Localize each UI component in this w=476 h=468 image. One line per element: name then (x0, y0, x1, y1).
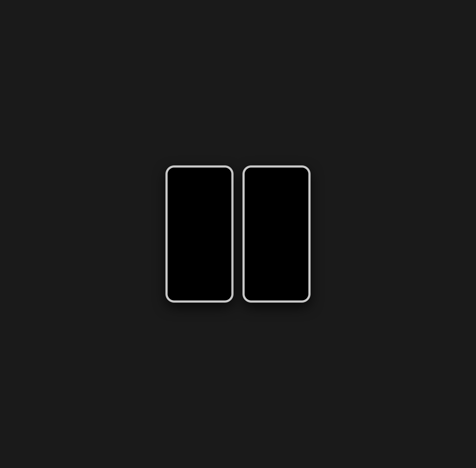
signal-icon-1 (218, 171, 221, 173)
gray-car (290, 220, 309, 229)
phone-1: 11:14 📶 (166, 166, 233, 302)
owl-character (172, 214, 185, 229)
share-button-baldo[interactable]: ⬆ (221, 245, 227, 251)
back-button-2[interactable]: ‹ (247, 176, 252, 180)
tab-apps-label-2: Apps (275, 293, 278, 294)
back-button-1[interactable]: ‹ (170, 176, 175, 180)
game-subtitle-asphalt: Dirija carros e motos reais (264, 262, 289, 265)
rating-badge: 8+ (251, 238, 255, 243)
game-title-asphalt: Asphalt 8: Airborne+ (259, 257, 294, 262)
tab-apps-icon-2: 🎭 (275, 289, 279, 292)
tab-buscar-icon-2: 🔍 (300, 289, 304, 292)
battery-icon-2 (301, 171, 305, 173)
ghost-large-1 (214, 179, 219, 184)
tab-buscar-1[interactable]: 🔍 Buscar (219, 289, 232, 294)
status-icons-2: 📶 (295, 171, 305, 173)
get-button-label-asphalt: OBTER (272, 269, 281, 272)
tab-arcade-2[interactable]: 🕹️ Arcade (283, 289, 296, 294)
status-bar-2: 11:14 📶 (244, 167, 309, 174)
get-button-label-baldo: OBTER (195, 270, 204, 273)
battery-icon-1 (224, 171, 228, 173)
get-button-asphalt[interactable]: OBTER (261, 267, 292, 274)
phone-1-screen: 11:14 📶 (167, 167, 232, 301)
home-indicator-1 (189, 299, 210, 300)
tab-hoje-label-2: Hoje (249, 293, 253, 294)
wifi-icon-1: 📶 (221, 171, 224, 173)
boy-character (188, 199, 207, 233)
tab-jogos-1[interactable]: 🚀 Jogos (180, 289, 193, 294)
notification-icon-baldo: 🔕 (215, 246, 219, 249)
ghost-small-1 (177, 180, 181, 184)
tab-hoje-1[interactable]: ◻ Hoje (167, 289, 180, 294)
baldo-app-icon (172, 236, 188, 252)
tab-hoje-icon-1: ◻ (172, 289, 175, 292)
tab-jogos-2[interactable]: 🚀 Jogos (257, 289, 270, 294)
phone-2-screen: 11:14 📶 (244, 167, 309, 301)
tab-jogos-icon-1: 🚀 (185, 289, 189, 292)
share-icon-baldo: ⬆ (223, 246, 225, 250)
tab-buscar-label-2: Buscar (300, 293, 305, 294)
home-indicator-2 (266, 299, 287, 300)
tab-buscar-label-1: Buscar (223, 293, 228, 294)
tab-arcade-label-1: Arcade (210, 293, 215, 294)
arcade-label-asphalt:  Arcade (273, 254, 281, 256)
game-subtitle-baldo: The guardian owls (191, 263, 208, 265)
share-icon-asphalt: ⬆ (300, 246, 303, 250)
tab-buscar-2[interactable]: 🔍 Buscar (296, 289, 309, 294)
app-icon-row-baldo: 🔕 ⬆ (170, 236, 229, 252)
tab-jogos-label-2: Jogos (262, 293, 266, 294)
back-arrow-1: ‹ (172, 176, 172, 179)
tab-buscar-icon-1: 🔍 (223, 289, 227, 292)
time-1: 11:14 (171, 171, 176, 173)
tab-apps-icon-1: 🎭 (198, 289, 202, 292)
tab-hoje-2[interactable]: ◻ Hoje (244, 289, 257, 294)
apple-logo-asphalt:  (273, 254, 273, 256)
tab-apps-2[interactable]: 🎭 Apps (270, 289, 283, 294)
tab-apps-label-1: Apps (198, 293, 201, 294)
arcade-text-baldo: Arcade (197, 254, 203, 256)
gameloft-badge: G (258, 238, 263, 243)
asphalt-app-icon: 8+ G (249, 236, 265, 252)
wifi-icon-2: 📶 (298, 171, 301, 173)
share-button-asphalt[interactable]: ⬆ (298, 245, 304, 251)
status-icons-1: 📶 (218, 171, 228, 173)
tab-arcade-icon-1: 🕹️ (210, 289, 214, 292)
back-arrow-2: ‹ (249, 176, 250, 179)
arcade-label-baldo:  Arcade (195, 254, 203, 256)
phone-2: 11:14 📶 (243, 166, 310, 302)
tab-hoje-icon-2: ◻ (250, 289, 252, 292)
tab-arcade-icon-2: 🕹️ (287, 289, 291, 292)
blue-car (246, 216, 272, 228)
apple-logo-baldo:  (195, 254, 196, 256)
tab-arcade-label-2: Arcade (287, 293, 292, 294)
arcade-text-asphalt: Arcade (274, 254, 281, 256)
tab-arcade-1[interactable]: 🕹️ Arcade (206, 289, 219, 294)
notification-icon-asphalt: 🔕 (292, 246, 296, 249)
tab-hoje-label-1: Hoje (172, 293, 176, 294)
signal-icon-2 (295, 171, 298, 173)
tab-jogos-label-1: Jogos (185, 293, 189, 294)
status-bar-1: 11:14 📶 (167, 167, 232, 174)
tab-jogos-icon-2: 🚀 (262, 289, 266, 292)
asphalt-icon-inner: 8+ G (249, 236, 265, 252)
baldo-icon-inner (172, 236, 188, 252)
chevron-down-asphalt: ⌄ (276, 276, 278, 279)
time-2: 11:14 (248, 171, 253, 173)
get-button-baldo[interactable]: OBTER (184, 268, 215, 275)
girl-character (205, 201, 222, 233)
tab-apps-1[interactable]: 🎭 Apps (193, 289, 206, 294)
app-icon-row-asphalt: 8+ G 🔕 ⬆ (247, 236, 306, 252)
game-title-baldo: Baldo (193, 257, 205, 262)
